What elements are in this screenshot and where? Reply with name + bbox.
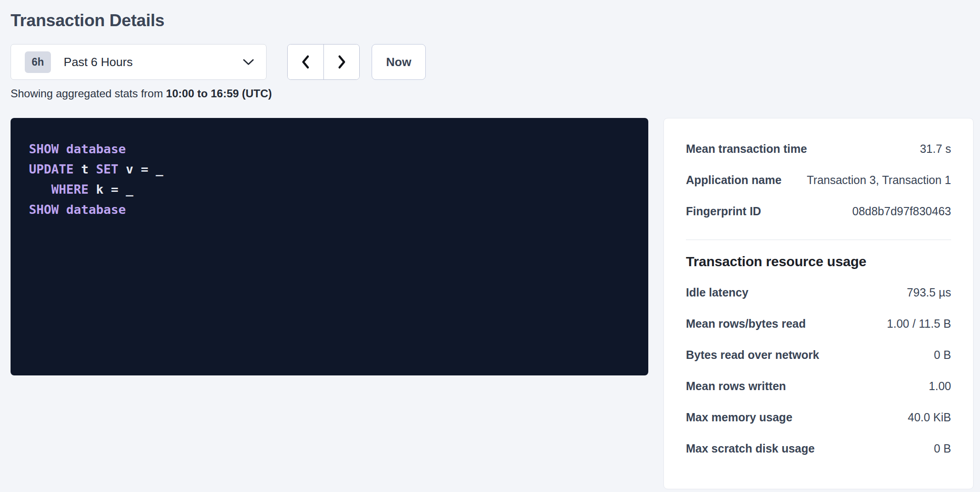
transaction-details-page: Transaction Details 6h Past 6 Hours [0, 0, 980, 489]
chevron-left-icon [300, 54, 311, 70]
stat-label: Idle latency [686, 286, 748, 299]
stat-value: 08d8b7d97f830463 [852, 205, 951, 218]
stat-value: 40.0 KiB [908, 411, 951, 424]
chevron-right-icon [336, 54, 347, 70]
stat-row: Fingerprint ID08d8b7d97f830463 [686, 196, 951, 227]
stat-label: Max scratch disk usage [686, 442, 815, 455]
chevron-down-icon [243, 59, 254, 66]
main-content: SHOW databaseUPDATE t SET v = _ WHERE k … [11, 118, 974, 489]
sql-code-line: WHERE k = _ [29, 179, 630, 200]
aggregated-stats-time-range: 10:00 to 16:59 (UTC) [166, 87, 272, 100]
stat-value: 793.5 µs [907, 286, 951, 299]
stat-row: Mean transaction time31.7 s [686, 133, 951, 164]
page-title: Transaction Details [11, 11, 974, 30]
next-time-window-button[interactable] [323, 45, 359, 79]
stat-row: Mean rows written1.00 [686, 370, 951, 402]
stat-row: Bytes read over network0 B [686, 339, 951, 370]
stat-row: Max memory usage40.0 KiB [686, 402, 951, 433]
sql-code: SHOW databaseUPDATE t SET v = _ WHERE k … [29, 139, 630, 220]
sql-code-line: UPDATE t SET v = _ [29, 159, 630, 179]
stat-value: 1.00 / 11.5 B [887, 317, 951, 330]
stat-row: Max scratch disk usage0 B [686, 433, 951, 464]
previous-time-window-button[interactable] [288, 45, 323, 79]
stat-label: Mean rows written [686, 380, 786, 393]
transaction-stats-card: Mean transaction time31.7 sApplication n… [663, 118, 974, 489]
time-range-dropdown[interactable]: 6h Past 6 Hours [11, 44, 267, 80]
stat-value: 0 B [934, 348, 951, 362]
time-window-arrow-group [287, 44, 360, 80]
stat-row: Mean rows/bytes read1.00 / 11.5 B [686, 308, 951, 339]
time-range-badge: 6h [25, 51, 51, 73]
stat-label: Application name [686, 173, 781, 187]
resource-rows: Idle latency793.5 µsMean rows/bytes read… [686, 277, 951, 464]
now-button[interactable]: Now [372, 44, 426, 80]
sql-statement-box: SHOW databaseUPDATE t SET v = _ WHERE k … [11, 118, 648, 375]
sql-code-line: SHOW database [29, 139, 630, 159]
sql-code-line: SHOW database [29, 200, 630, 220]
stat-value: 1.00 [929, 380, 951, 393]
stat-row: Idle latency793.5 µs [686, 277, 951, 308]
aggregated-stats-prefix: Showing aggregated stats from [11, 87, 166, 100]
time-controls: 6h Past 6 Hours [11, 44, 974, 80]
stat-label: Max memory usage [686, 411, 792, 424]
stat-label: Fingerprint ID [686, 205, 761, 218]
time-range-selected-label: Past 6 Hours [64, 55, 133, 69]
stat-label: Mean rows/bytes read [686, 317, 806, 330]
stat-value: 31.7 s [920, 142, 951, 156]
stat-row: Application nameTransaction 3, Transacti… [686, 164, 951, 196]
summary-rows: Mean transaction time31.7 sApplication n… [686, 133, 951, 227]
stat-value: Transaction 3, Transaction 1 [807, 173, 951, 187]
stat-value: 0 B [934, 442, 951, 455]
stat-label: Bytes read over network [686, 348, 819, 362]
stat-label: Mean transaction time [686, 142, 807, 156]
card-divider [686, 240, 951, 240]
resource-usage-heading: Transaction resource usage [686, 254, 951, 269]
aggregated-stats-range: Showing aggregated stats from 10:00 to 1… [11, 87, 974, 100]
